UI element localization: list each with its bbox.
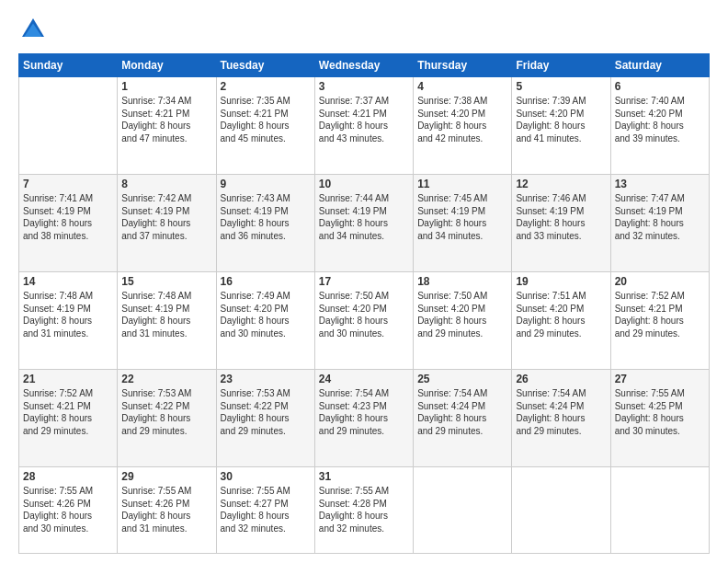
- calendar-table: SundayMondayTuesdayWednesdayThursdayFrid…: [18, 53, 710, 554]
- calendar-cell: 13Sunrise: 7:47 AMSunset: 4:19 PMDayligh…: [610, 175, 709, 272]
- day-info: Sunrise: 7:38 AMSunset: 4:20 PMDaylight:…: [417, 95, 507, 144]
- day-number: 7: [23, 178, 113, 190]
- day-number: 29: [121, 470, 211, 483]
- calendar-cell: 21Sunrise: 7:52 AMSunset: 4:21 PMDayligh…: [19, 370, 118, 467]
- calendar-cell: [610, 467, 709, 554]
- calendar-cell: 15Sunrise: 7:48 AMSunset: 4:19 PMDayligh…: [118, 272, 216, 370]
- day-number: 27: [615, 373, 705, 385]
- day-number: 28: [23, 470, 113, 483]
- day-number: 10: [319, 178, 409, 190]
- day-number: 15: [121, 275, 211, 288]
- weekday-header-thursday: Thursday: [414, 54, 512, 77]
- header: [18, 15, 710, 44]
- day-info: Sunrise: 7:50 AMSunset: 4:20 PMDaylight:…: [417, 290, 507, 339]
- calendar-cell: 24Sunrise: 7:54 AMSunset: 4:23 PMDayligh…: [314, 370, 413, 467]
- weekday-header-row: SundayMondayTuesdayWednesdayThursdayFrid…: [19, 54, 710, 77]
- day-info: Sunrise: 7:52 AMSunset: 4:21 PMDaylight:…: [615, 290, 705, 339]
- calendar-cell: 20Sunrise: 7:52 AMSunset: 4:21 PMDayligh…: [610, 272, 709, 370]
- week-row-4: 21Sunrise: 7:52 AMSunset: 4:21 PMDayligh…: [19, 370, 710, 467]
- day-number: 2: [221, 80, 311, 93]
- calendar-cell: 1Sunrise: 7:34 AMSunset: 4:21 PMDaylight…: [118, 77, 216, 175]
- day-info: Sunrise: 7:40 AMSunset: 4:20 PMDaylight:…: [615, 95, 705, 144]
- day-number: 25: [417, 373, 507, 385]
- calendar-cell: 11Sunrise: 7:45 AMSunset: 4:19 PMDayligh…: [414, 175, 512, 272]
- calendar-cell: 2Sunrise: 7:35 AMSunset: 4:21 PMDaylight…: [216, 77, 314, 175]
- week-row-2: 7Sunrise: 7:41 AMSunset: 4:19 PMDaylight…: [19, 175, 710, 272]
- calendar-cell: 12Sunrise: 7:46 AMSunset: 4:19 PMDayligh…: [512, 175, 610, 272]
- day-info: Sunrise: 7:53 AMSunset: 4:22 PMDaylight:…: [121, 387, 211, 437]
- day-number: 12: [516, 178, 606, 190]
- calendar-cell: 23Sunrise: 7:53 AMSunset: 4:22 PMDayligh…: [216, 370, 314, 467]
- day-info: Sunrise: 7:49 AMSunset: 4:20 PMDaylight:…: [221, 290, 311, 339]
- day-info: Sunrise: 7:43 AMSunset: 4:19 PMDaylight:…: [221, 192, 311, 242]
- calendar-cell: 19Sunrise: 7:51 AMSunset: 4:20 PMDayligh…: [512, 272, 610, 370]
- calendar-cell: 6Sunrise: 7:40 AMSunset: 4:20 PMDaylight…: [610, 77, 709, 175]
- day-number: 20: [615, 275, 705, 288]
- calendar-cell: 22Sunrise: 7:53 AMSunset: 4:22 PMDayligh…: [118, 370, 216, 467]
- calendar-cell: 30Sunrise: 7:55 AMSunset: 4:27 PMDayligh…: [216, 467, 314, 554]
- day-number: 3: [319, 80, 409, 93]
- logo: [18, 15, 51, 44]
- logo-icon: [18, 15, 48, 44]
- day-number: 8: [121, 178, 211, 190]
- day-number: 6: [615, 80, 705, 93]
- day-info: Sunrise: 7:48 AMSunset: 4:19 PMDaylight:…: [23, 290, 113, 339]
- day-info: Sunrise: 7:55 AMSunset: 4:27 PMDaylight:…: [221, 485, 311, 534]
- day-number: 5: [516, 80, 606, 93]
- day-info: Sunrise: 7:39 AMSunset: 4:20 PMDaylight:…: [516, 95, 606, 144]
- weekday-header-saturday: Saturday: [610, 54, 709, 77]
- day-info: Sunrise: 7:46 AMSunset: 4:19 PMDaylight:…: [516, 192, 606, 242]
- day-number: 22: [121, 373, 211, 385]
- calendar-cell: 28Sunrise: 7:55 AMSunset: 4:26 PMDayligh…: [19, 467, 118, 554]
- calendar-cell: 17Sunrise: 7:50 AMSunset: 4:20 PMDayligh…: [314, 272, 413, 370]
- weekday-header-tuesday: Tuesday: [216, 54, 314, 77]
- day-number: 21: [23, 373, 113, 385]
- day-info: Sunrise: 7:54 AMSunset: 4:24 PMDaylight:…: [516, 387, 606, 437]
- day-info: Sunrise: 7:34 AMSunset: 4:21 PMDaylight:…: [121, 95, 211, 144]
- day-number: 23: [221, 373, 311, 385]
- day-info: Sunrise: 7:37 AMSunset: 4:21 PMDaylight:…: [319, 95, 409, 144]
- calendar-cell: 27Sunrise: 7:55 AMSunset: 4:25 PMDayligh…: [610, 370, 709, 467]
- week-row-3: 14Sunrise: 7:48 AMSunset: 4:19 PMDayligh…: [19, 272, 710, 370]
- day-number: 18: [417, 275, 507, 288]
- day-info: Sunrise: 7:54 AMSunset: 4:24 PMDaylight:…: [417, 387, 507, 437]
- weekday-header-wednesday: Wednesday: [314, 54, 413, 77]
- weekday-header-sunday: Sunday: [19, 54, 118, 77]
- day-info: Sunrise: 7:47 AMSunset: 4:19 PMDaylight:…: [615, 192, 705, 242]
- calendar-cell: 9Sunrise: 7:43 AMSunset: 4:19 PMDaylight…: [216, 175, 314, 272]
- day-number: 9: [221, 178, 311, 190]
- calendar-cell: 18Sunrise: 7:50 AMSunset: 4:20 PMDayligh…: [414, 272, 512, 370]
- calendar-cell: 29Sunrise: 7:55 AMSunset: 4:26 PMDayligh…: [118, 467, 216, 554]
- calendar-cell: 4Sunrise: 7:38 AMSunset: 4:20 PMDaylight…: [414, 77, 512, 175]
- day-info: Sunrise: 7:55 AMSunset: 4:28 PMDaylight:…: [319, 485, 409, 534]
- calendar-cell: 8Sunrise: 7:42 AMSunset: 4:19 PMDaylight…: [118, 175, 216, 272]
- day-info: Sunrise: 7:41 AMSunset: 4:19 PMDaylight:…: [23, 192, 113, 242]
- day-info: Sunrise: 7:55 AMSunset: 4:25 PMDaylight:…: [615, 387, 705, 437]
- week-row-5: 28Sunrise: 7:55 AMSunset: 4:26 PMDayligh…: [19, 467, 710, 554]
- calendar-cell: 31Sunrise: 7:55 AMSunset: 4:28 PMDayligh…: [314, 467, 413, 554]
- day-info: Sunrise: 7:55 AMSunset: 4:26 PMDaylight:…: [23, 485, 113, 534]
- calendar-cell: 16Sunrise: 7:49 AMSunset: 4:20 PMDayligh…: [216, 272, 314, 370]
- week-row-1: 1Sunrise: 7:34 AMSunset: 4:21 PMDaylight…: [19, 77, 710, 175]
- weekday-header-friday: Friday: [512, 54, 610, 77]
- day-number: 24: [319, 373, 409, 385]
- calendar-cell: [512, 467, 610, 554]
- calendar-cell: 14Sunrise: 7:48 AMSunset: 4:19 PMDayligh…: [19, 272, 118, 370]
- day-number: 11: [417, 178, 507, 190]
- day-info: Sunrise: 7:45 AMSunset: 4:19 PMDaylight:…: [417, 192, 507, 242]
- day-info: Sunrise: 7:54 AMSunset: 4:23 PMDaylight:…: [319, 387, 409, 437]
- calendar-cell: [19, 77, 118, 175]
- calendar-cell: 26Sunrise: 7:54 AMSunset: 4:24 PMDayligh…: [512, 370, 610, 467]
- day-number: 17: [319, 275, 409, 288]
- day-info: Sunrise: 7:42 AMSunset: 4:19 PMDaylight:…: [121, 192, 211, 242]
- day-info: Sunrise: 7:53 AMSunset: 4:22 PMDaylight:…: [221, 387, 311, 437]
- day-number: 19: [516, 275, 606, 288]
- calendar-cell: 10Sunrise: 7:44 AMSunset: 4:19 PMDayligh…: [314, 175, 413, 272]
- calendar-cell: 7Sunrise: 7:41 AMSunset: 4:19 PMDaylight…: [19, 175, 118, 272]
- day-number: 1: [121, 80, 211, 93]
- calendar-cell: 3Sunrise: 7:37 AMSunset: 4:21 PMDaylight…: [314, 77, 413, 175]
- day-number: 31: [319, 470, 409, 483]
- day-info: Sunrise: 7:50 AMSunset: 4:20 PMDaylight:…: [319, 290, 409, 339]
- day-info: Sunrise: 7:51 AMSunset: 4:20 PMDaylight:…: [516, 290, 606, 339]
- day-info: Sunrise: 7:48 AMSunset: 4:19 PMDaylight:…: [121, 290, 211, 339]
